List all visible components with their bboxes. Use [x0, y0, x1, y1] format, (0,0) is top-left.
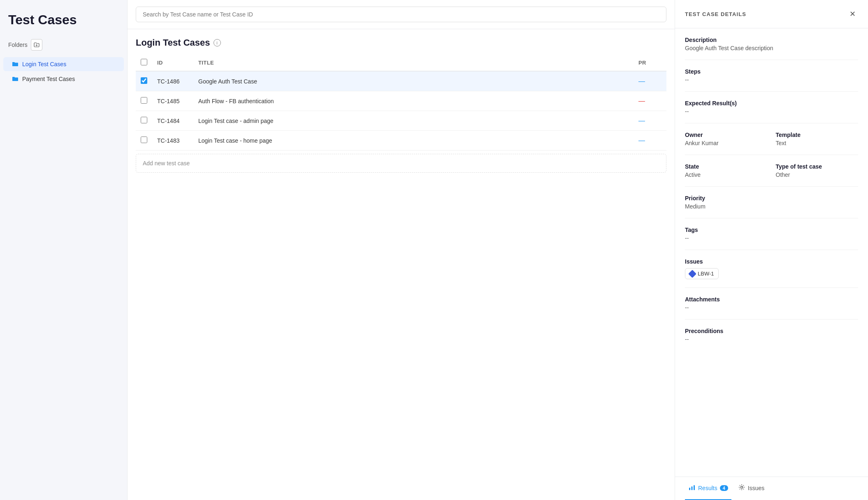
divider-5	[685, 186, 858, 187]
sidebar-item-login-test-cases[interactable]: Login Test Cases	[3, 57, 124, 71]
divider-4	[685, 155, 858, 155]
folder-icon	[12, 60, 19, 68]
expected-results-section: Expected Result(s) --	[685, 100, 858, 115]
folder-content: Login Test Cases i ID TITLE PR T	[128, 29, 675, 500]
sidebar: Test Cases Folders Login Test Cases	[0, 0, 128, 500]
select-all-checkbox[interactable]	[141, 59, 147, 65]
detail-panel: TEST CASE DETAILS ✕ Description Google A…	[675, 0, 868, 500]
priority-icon: —	[638, 78, 645, 85]
row-id: TC-1483	[152, 131, 193, 150]
attachments-value: --	[685, 304, 858, 311]
tab-issues[interactable]: Issues	[735, 477, 768, 500]
svg-rect-2	[694, 485, 695, 490]
close-button[interactable]: ✕	[847, 8, 858, 20]
row-id: TC-1486	[152, 71, 193, 91]
preconditions-section: Preconditions --	[685, 328, 858, 343]
tags-section: Tags --	[685, 227, 858, 241]
row-title: Login Test case - admin page	[193, 111, 634, 131]
page-title: Test Cases	[0, 8, 127, 36]
svg-rect-1	[692, 486, 693, 490]
row-checkbox-cell	[136, 131, 152, 150]
owner-label: Owner	[685, 132, 768, 138]
row-title: Auth Flow - FB authentication	[193, 91, 634, 111]
owner-template-grid: Owner Ankur Kumar Template Text	[685, 132, 858, 146]
tab-results[interactable]: Results 4	[685, 477, 731, 500]
row-priority: —	[634, 111, 666, 131]
type-item: Type of test case Other	[776, 163, 859, 178]
table-row[interactable]: TC-1483Login Test case - home page—	[136, 131, 666, 150]
tags-label: Tags	[685, 227, 858, 233]
issue-badge-label: LBW-1	[698, 271, 714, 277]
description-label: Description	[685, 37, 858, 43]
row-checkbox-cell	[136, 91, 152, 111]
steps-value: --	[685, 76, 858, 83]
priority-icon: —	[638, 137, 645, 144]
info-icon[interactable]: i	[214, 39, 221, 46]
folder-label-payment: Payment Test Cases	[22, 76, 75, 82]
folders-label: Folders	[8, 42, 28, 48]
detail-tabs: Results 4 Issues	[675, 477, 868, 500]
table-row[interactable]: TC-1485Auth Flow - FB authentication—	[136, 91, 666, 111]
svg-point-3	[740, 486, 743, 488]
template-value: Text	[776, 140, 859, 146]
owner-value: Ankur Kumar	[685, 140, 768, 146]
svg-rect-0	[689, 488, 690, 490]
expected-results-value: --	[685, 108, 858, 115]
issue-badge-lbw1[interactable]: LBW-1	[685, 268, 719, 279]
owner-item: Owner Ankur Kumar	[685, 132, 768, 146]
header-id: ID	[152, 55, 193, 71]
add-test-case-label: Add new test case	[143, 160, 190, 167]
sidebar-item-payment-test-cases[interactable]: Payment Test Cases	[3, 72, 124, 86]
state-value: Active	[685, 171, 768, 178]
issues-gear-icon	[738, 484, 745, 493]
divider-6	[685, 218, 858, 218]
issues-label: Issues	[685, 258, 858, 265]
search-input[interactable]	[136, 7, 666, 22]
folders-header: Folders	[0, 36, 127, 54]
main-content: Login Test Cases i ID TITLE PR T	[128, 0, 675, 500]
type-label: Type of test case	[776, 163, 859, 170]
row-checkbox[interactable]	[141, 97, 147, 104]
issues-section: Issues LBW-1	[685, 258, 858, 279]
priority-section: Priority Medium	[685, 195, 858, 210]
row-id: TC-1484	[152, 111, 193, 131]
preconditions-value: --	[685, 336, 858, 343]
expected-results-label: Expected Result(s)	[685, 100, 858, 106]
table-row[interactable]: TC-1484Login Test case - admin page—	[136, 111, 666, 131]
type-value: Other	[776, 171, 859, 178]
tab-issues-label: Issues	[748, 485, 764, 491]
row-checkbox[interactable]	[141, 137, 147, 143]
folder-label-login: Login Test Cases	[22, 61, 66, 67]
table-row[interactable]: TC-1486Google Auth Test Case—	[136, 71, 666, 91]
row-title: Login Test case - home page	[193, 131, 634, 150]
divider-9	[685, 319, 858, 319]
app-container: Test Cases Folders Login Test Cases	[0, 0, 868, 500]
header-priority: PR	[634, 55, 666, 71]
priority-label: Priority	[685, 195, 858, 201]
folder-icon	[12, 75, 19, 83]
steps-label: Steps	[685, 68, 858, 75]
state-label: State	[685, 163, 768, 170]
issue-diamond-icon	[688, 270, 696, 278]
row-priority: —	[634, 91, 666, 111]
row-checkbox-cell	[136, 71, 152, 91]
add-test-case-row[interactable]: Add new test case	[136, 154, 666, 173]
search-bar-container	[128, 0, 675, 29]
folder-title-row: Login Test Cases i	[136, 37, 666, 48]
description-section: Description Google Auth Test Case descri…	[685, 37, 858, 51]
table-header-row: ID TITLE PR	[136, 55, 666, 71]
description-value: Google Auth Test Case description	[685, 45, 858, 51]
row-id: TC-1485	[152, 91, 193, 111]
detail-panel-title: TEST CASE DETAILS	[685, 11, 746, 17]
divider-2	[685, 91, 858, 92]
detail-panel-header: TEST CASE DETAILS ✕	[675, 0, 868, 28]
row-checkbox[interactable]	[141, 117, 147, 123]
attachments-label: Attachments	[685, 296, 858, 303]
template-label: Template	[776, 132, 859, 138]
preconditions-label: Preconditions	[685, 328, 858, 334]
divider-3	[685, 123, 858, 123]
priority-icon: —	[638, 97, 645, 104]
add-folder-button[interactable]	[31, 39, 42, 51]
row-checkbox[interactable]	[141, 77, 147, 84]
header-checkbox-cell	[136, 55, 152, 71]
